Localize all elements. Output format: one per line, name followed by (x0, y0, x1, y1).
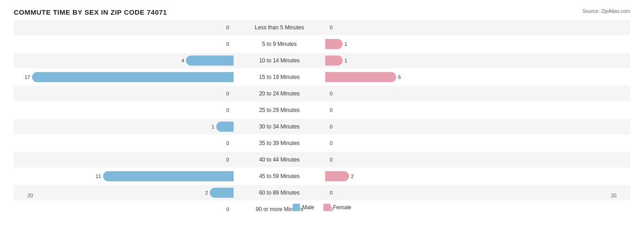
male-bar (231, 39, 234, 49)
male-value: 0 (226, 140, 229, 146)
male-bar (103, 171, 234, 181)
left-bar-area: 11 (14, 168, 234, 184)
source-label: Source: ZipAtlas.com (582, 8, 630, 14)
left-bar-area: 1 (14, 119, 234, 134)
left-bar-area: 0 (14, 86, 234, 101)
female-bar (325, 22, 328, 33)
right-bar-area: 1 (325, 36, 545, 52)
female-value: 0 (330, 107, 333, 113)
chart-row: 020 to 24 Minutes0 (14, 86, 630, 101)
female-bar (325, 39, 343, 49)
chart-area: 0Less than 5 Minutes005 to 9 Minutes1410… (14, 20, 630, 201)
male-value: 0 (226, 107, 229, 113)
male-value: 11 (96, 173, 101, 179)
row-label: 30 to 34 Minutes (234, 123, 325, 130)
chart-row: 035 to 39 Minutes0 (14, 135, 630, 151)
male-value: 4 (181, 58, 184, 63)
left-bar-area: 2 (14, 185, 234, 201)
female-value: 0 (330, 91, 333, 96)
legend-female-label: Female (333, 204, 351, 211)
legend-male: Male (293, 204, 314, 211)
legend-male-label: Male (302, 204, 314, 211)
male-value: 0 (226, 91, 229, 96)
female-bar (325, 138, 328, 148)
left-bar-area: 4 (14, 53, 234, 68)
female-bar (325, 89, 328, 99)
left-bar-area: 0 (14, 152, 234, 167)
male-bar (231, 89, 234, 99)
chart-row: 025 to 29 Minutes0 (14, 102, 630, 118)
female-bar (325, 105, 328, 115)
row-label: 10 to 14 Minutes (234, 57, 325, 64)
chart-row: 05 to 9 Minutes1 (14, 36, 630, 52)
male-bar (210, 188, 234, 198)
male-value: 17 (25, 74, 30, 80)
chart-row: 410 to 14 Minutes1 (14, 53, 630, 68)
female-value: 0 (330, 124, 333, 129)
right-bar-area: 0 (325, 152, 545, 167)
chart-row: 040 to 44 Minutes0 (14, 152, 630, 167)
male-bar (32, 72, 234, 82)
female-bar (325, 188, 328, 198)
male-value: 0 (226, 41, 229, 47)
right-bar-area: 6 (325, 69, 545, 85)
female-bar (325, 155, 328, 165)
female-value: 1 (344, 58, 347, 63)
left-bar-area: 17 (14, 69, 234, 85)
row-label: 25 to 29 Minutes (234, 107, 325, 113)
row-label: 15 to 19 Minutes (234, 74, 325, 80)
male-bar (231, 155, 234, 165)
male-bar (231, 22, 234, 33)
left-bar-area: 0 (14, 135, 234, 151)
right-bar-area: 2 (325, 168, 545, 184)
axis-right-value: 20 (611, 193, 617, 198)
female-value: 1 (344, 41, 347, 47)
left-bar-area: 0 (14, 36, 234, 52)
female-value: 0 (330, 140, 333, 146)
chart-title: COMMUTE TIME BY SEX IN ZIP CODE 74071 (14, 8, 630, 16)
right-bar-area: 0 (325, 20, 545, 35)
right-bar-area: 0 (325, 135, 545, 151)
left-bar-area: 0 (14, 20, 234, 35)
legend-female: Female (323, 204, 351, 211)
chart-row: 1145 to 59 Minutes2 (14, 168, 630, 184)
female-value: 0 (330, 190, 333, 195)
female-value: 6 (398, 74, 401, 80)
row-label: 20 to 24 Minutes (234, 90, 325, 97)
legend-male-box (293, 204, 300, 211)
right-bar-area: 0 (325, 86, 545, 101)
legend-female-box (323, 204, 331, 211)
row-label: 60 to 89 Minutes (234, 190, 325, 196)
left-bar-area: 0 (14, 102, 234, 118)
female-bar (325, 72, 396, 82)
female-value: 0 (330, 25, 333, 30)
male-bar (231, 138, 234, 148)
right-bar-area: 0 (325, 185, 545, 201)
row-label: Less than 5 Minutes (234, 24, 325, 31)
row-label: 35 to 39 Minutes (234, 140, 325, 146)
male-value: 1 (212, 124, 214, 129)
row-label: 45 to 59 Minutes (234, 173, 325, 179)
male-value: 0 (226, 157, 229, 162)
right-bar-area: 0 (325, 119, 545, 134)
legend: Male Female (14, 204, 630, 211)
chart-row: 0Less than 5 Minutes0 (14, 20, 630, 35)
female-bar (325, 56, 343, 66)
chart-container: COMMUTE TIME BY SEX IN ZIP CODE 74071 So… (0, 0, 644, 240)
row-label: 40 to 44 Minutes (234, 156, 325, 163)
male-value: 2 (205, 190, 208, 195)
row-label: 5 to 9 Minutes (234, 41, 325, 47)
chart-row: 1715 to 19 Minutes6 (14, 69, 630, 85)
axis-left-value: 20 (27, 193, 33, 198)
male-bar (231, 105, 234, 115)
female-bar (325, 171, 349, 181)
female-value: 0 (330, 157, 333, 162)
male-value: 0 (226, 25, 229, 30)
male-bar (186, 56, 234, 66)
female-value: 2 (351, 173, 354, 179)
chart-row: 130 to 34 Minutes0 (14, 119, 630, 134)
male-bar (216, 122, 234, 132)
right-bar-area: 1 (325, 53, 545, 68)
right-bar-area: 0 (325, 102, 545, 118)
chart-row: 260 to 89 Minutes0 (14, 185, 630, 201)
